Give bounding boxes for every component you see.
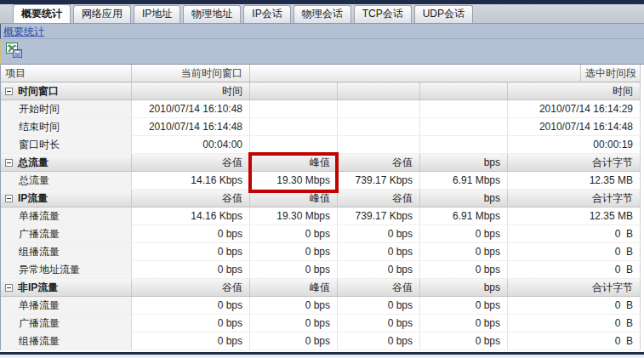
value-cell: 谷值 — [132, 279, 250, 296]
value-cell: 14.16 Kbps — [132, 207, 250, 224]
item-label-cell: IP流量 — [0, 190, 132, 207]
table-row[interactable]: 异常地址流量0 bps0 bps0 bps0 bps0 B — [0, 261, 641, 279]
value-cell: 2010/07/14 16:14:48 — [508, 118, 641, 135]
value-cell: 谷值 — [338, 154, 420, 171]
value-cell: 0 bps — [338, 243, 420, 260]
item-label-cell: 广播流量 — [0, 225, 132, 242]
panel-left-edge — [0, 65, 1, 350]
value-cell — [420, 100, 508, 117]
value-cell: 0 B — [508, 261, 641, 278]
tab-network-apps[interactable]: 网络应用 — [73, 5, 131, 23]
value-cell: 0 bps — [420, 261, 508, 278]
collapse-minus-icon[interactable] — [5, 88, 13, 95]
group-row[interactable]: 非IP流量谷值峰值谷值bps合计字节 — [0, 279, 641, 297]
value-cell: 0 bps — [250, 332, 338, 349]
summary-stats-link[interactable]: 概要统计 — [3, 26, 44, 37]
app-window: 概要统计网络应用IP地址物理地址IP会话物理会话TCP会话UDP会话 概要统计 … — [0, 0, 644, 358]
value-cell — [250, 82, 338, 99]
table-row[interactable]: 单播流量0 bps0 bps0 bps0 bps0 B — [0, 297, 641, 315]
value-cell: 0 bps — [338, 332, 420, 349]
collapse-minus-icon[interactable] — [5, 284, 13, 292]
item-label-cell: 结束时间 — [0, 118, 132, 135]
item-label-cell: 非IP流量 — [0, 279, 132, 296]
value-cell: 谷值 — [132, 154, 250, 171]
value-cell: 0 B — [508, 243, 641, 260]
table-row[interactable]: 结束时间2010/07/14 16:14:482010/07/14 16:14:… — [0, 118, 641, 136]
item-label-cell: 单播流量 — [0, 207, 132, 224]
value-cell: 2010/07/14 16:10:48 — [132, 100, 250, 117]
export-to-excel-icon[interactable] — [5, 42, 24, 60]
item-label-cell: 总流量 — [0, 154, 132, 171]
value-cell — [338, 100, 420, 117]
value-cell — [250, 136, 338, 153]
table-row[interactable]: 广播流量0 bps0 bps0 bps0 bps0 B — [0, 315, 641, 332]
group-row[interactable]: IP流量谷值峰值谷值bps合计字节 — [0, 190, 641, 207]
value-cell: 时间 — [132, 82, 250, 99]
value-cell: 19.30 Mbps — [250, 207, 338, 224]
value-cell: 0 bps — [132, 332, 250, 349]
table-row[interactable]: 总流量14.16 Kbps19.30 Mbps739.17 Kbps6.91 M… — [0, 172, 641, 190]
tab-physical-session[interactable]: 物理会话 — [294, 5, 351, 23]
value-cell: 0 bps — [132, 315, 250, 332]
value-cell — [338, 136, 420, 153]
value-cell: 0 bps — [250, 261, 338, 278]
tab-ip-session[interactable]: IP会话 — [243, 5, 290, 23]
value-cell: bps — [420, 279, 508, 296]
value-cell: bps — [420, 190, 508, 207]
group-label: 时间窗口 — [18, 82, 59, 99]
group-label: 总流量 — [18, 154, 48, 171]
value-cell — [338, 118, 420, 135]
value-cell: 0 B — [508, 315, 641, 332]
summary-stats-grid: 项目 当前时间窗口 选中时间段 时间窗口时间时间开始时间2010/07/14 1… — [0, 65, 641, 350]
tab-udp-session[interactable]: UDP会话 — [414, 5, 473, 23]
collapse-minus-icon[interactable] — [5, 159, 13, 167]
table-row[interactable]: 窗口时长00:04:0000:00:19 — [0, 136, 641, 154]
tab-physical-address[interactable]: 物理地址 — [183, 5, 241, 23]
table-row[interactable]: 单播流量14.16 Kbps19.30 Mbps739.17 Kbps6.91 … — [0, 207, 641, 225]
tab-summary-stats[interactable]: 概要统计 — [13, 4, 71, 23]
value-cell: 峰值 — [250, 154, 338, 171]
value-cell: 0 bps — [250, 315, 338, 332]
grid-header-row: 项目 当前时间窗口 选中时间段 — [0, 65, 641, 82]
value-cell: 0 bps — [132, 261, 250, 278]
column-header-spacer — [250, 65, 581, 82]
table-row[interactable]: 组播流量0 bps0 bps0 bps0 bps0 B — [0, 243, 641, 261]
value-cell: 合计字节 — [508, 279, 641, 296]
item-label-cell: 单播流量 — [0, 297, 132, 314]
item-label-cell: 异常地址流量 — [0, 261, 132, 278]
tab-tcp-session[interactable]: TCP会话 — [354, 5, 412, 23]
value-cell: 2010/07/14 16:14:29 — [508, 100, 641, 117]
value-cell: 0 bps — [338, 261, 420, 278]
value-cell — [420, 82, 508, 99]
value-cell: 合计字节 — [508, 190, 641, 207]
collapse-minus-icon[interactable] — [5, 195, 13, 202]
group-row[interactable]: 总流量谷值峰值谷值bps合计字节 — [0, 154, 641, 172]
column-header-current-window[interactable]: 当前时间窗口 — [132, 65, 250, 82]
value-cell: 739.17 Kbps — [338, 207, 420, 224]
value-cell: 谷值 — [132, 190, 250, 207]
value-cell: 合计字节 — [508, 154, 641, 171]
value-cell: 00:00:19 — [508, 136, 641, 153]
value-cell — [420, 118, 508, 135]
value-cell — [420, 136, 508, 153]
column-header-selected-range[interactable]: 选中时间段 — [581, 65, 641, 82]
value-cell: 谷值 — [338, 190, 420, 207]
group-row[interactable]: 时间窗口时间时间 — [0, 82, 641, 100]
value-cell: 0 bps — [420, 315, 508, 332]
value-cell: 0 bps — [420, 332, 508, 349]
column-header-item[interactable]: 项目 — [0, 65, 132, 82]
grid-body: 时间窗口时间时间开始时间2010/07/14 16:10:482010/07/1… — [0, 82, 641, 350]
value-cell — [250, 118, 338, 135]
table-row[interactable]: 开始时间2010/07/14 16:10:482010/07/14 16:14:… — [0, 100, 641, 118]
breadcrumb-bar: 概要统计 — [0, 24, 644, 39]
value-cell: 0 bps — [338, 297, 420, 314]
tab-ip-address[interactable]: IP地址 — [134, 5, 180, 23]
toolbar — [0, 39, 644, 65]
value-cell: 0 bps — [420, 297, 508, 314]
value-cell: 0 bps — [132, 243, 250, 260]
item-label-cell: 组播流量 — [0, 332, 132, 349]
table-row[interactable]: 广播流量0 bps0 bps0 bps0 bps0 B — [0, 225, 641, 243]
table-row[interactable]: 组播流量0 bps0 bps0 bps0 bps0 B — [0, 332, 641, 350]
value-cell: 00:04:00 — [132, 136, 250, 153]
value-cell: 0 bps — [338, 315, 420, 332]
